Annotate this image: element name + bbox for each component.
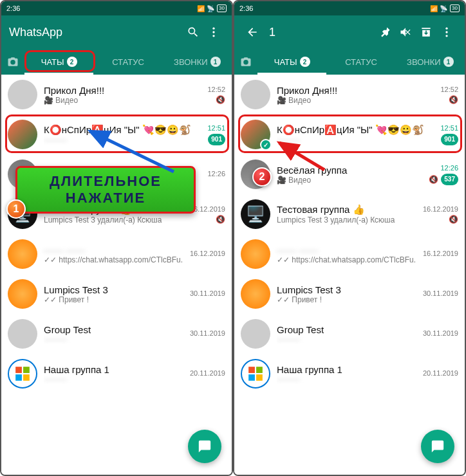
mute-icon[interactable] <box>395 26 416 39</box>
svg-rect-14 <box>256 374 263 381</box>
chat-name: Тестовая группа 👍 <box>44 204 183 215</box>
chat-subtitle: Lumpics Test 3 удалил(-а) Ксюша <box>44 215 183 224</box>
avatar[interactable] <box>8 80 37 109</box>
chat-time: 30.11.2019 <box>190 289 225 297</box>
chat-list[interactable]: Прикол Дня!!!🎥 Видео12:52🔇К⭕нСпИр🅰️цИя "… <box>1 75 232 475</box>
archive-icon[interactable] <box>416 26 436 39</box>
chat-time: 20.11.2019 <box>190 369 225 377</box>
svg-rect-4 <box>23 367 30 373</box>
muted-icon: 🔇 <box>216 95 225 104</box>
camera-icon[interactable] <box>234 56 257 68</box>
chat-time: 12:26 <box>440 164 458 172</box>
svg-rect-3 <box>15 367 22 373</box>
avatar[interactable] <box>8 239 37 269</box>
chat-row[interactable]: —— ——✓✓ https://chat.whatsapp.com/CTlcBF… <box>1 234 232 274</box>
video-icon: 🎥 <box>277 96 286 105</box>
avatar[interactable]: 🖥️ <box>8 199 37 229</box>
chat-time: 12:26 <box>207 170 225 178</box>
menu-icon[interactable] <box>436 26 457 39</box>
tab-calls[interactable]: ЗВОНКИ1 <box>396 49 465 75</box>
chat-name: Наша группа 1 <box>277 364 416 375</box>
avatar[interactable] <box>8 279 37 309</box>
chat-name: —— —— <box>44 244 183 255</box>
chat-row[interactable]: Group Test———30.11.2019 <box>234 314 465 354</box>
avatar[interactable] <box>241 160 270 189</box>
avatar[interactable] <box>241 279 270 309</box>
tabs: ЧАТЫ2 СТАТУС ЗВОНКИ1 <box>1 49 232 75</box>
svg-rect-13 <box>248 374 255 381</box>
chat-row[interactable]: Group Test———30.11.2019 <box>1 314 232 354</box>
chat-row[interactable]: К⭕нСпИр🅰️цИя "Ы" 💘😎😀🐒———12:51901 <box>1 114 232 154</box>
svg-rect-11 <box>248 367 255 373</box>
app-title: WhatsApp <box>9 26 183 39</box>
chat-subtitle: 🎥 Видео <box>44 96 201 105</box>
chat-name: К⭕нСпИр🅰️цИя "Ы" 💘😎😀🐒 <box>277 124 434 136</box>
unread-badge: 901 <box>441 134 458 145</box>
tab-calls[interactable]: ЗВОНКИ1 <box>163 49 232 75</box>
phone-right: 2:36 📶 📡 30 1 ЧАТЫ2 СТАТУС ЗВОНКИ1 Прико… <box>233 0 466 476</box>
chat-time: 12:52 <box>207 86 225 93</box>
camera-icon[interactable] <box>1 56 24 68</box>
chat-time: 30.11.2019 <box>423 289 458 297</box>
chat-row[interactable]: 🖥️Тестовая группа 👍Lumpics Test 3 удалил… <box>1 194 232 234</box>
svg-rect-6 <box>23 374 30 381</box>
chat-name: Lumpics Test 3 <box>277 284 416 295</box>
chat-row[interactable]: 🖥️Тестовая группа 👍Lumpics Test 3 удалил… <box>234 194 465 234</box>
chat-name: К⭕нСпИр🅰️цИя "Ы" 💘😎😀🐒 <box>44 124 201 136</box>
chat-name: Весёлая группа <box>44 165 201 176</box>
new-chat-fab[interactable] <box>188 430 221 463</box>
status-icons: 📶 📡 30 <box>197 5 227 12</box>
chat-row[interactable]: Lumpics Test 3✓✓ Привет !30.11.2019 <box>1 274 232 314</box>
avatar[interactable] <box>241 319 270 349</box>
avatar[interactable]: 🖥️ <box>241 199 270 229</box>
svg-point-0 <box>212 28 214 30</box>
chat-name: Lumpics Test 3 <box>44 284 183 295</box>
tab-chats[interactable]: ЧАТЫ2 <box>257 49 326 75</box>
chat-subtitle: ——— <box>277 335 416 344</box>
video-icon: 🎥 <box>44 96 53 105</box>
app-bar-selection: 1 <box>234 15 465 49</box>
avatar[interactable] <box>8 160 37 189</box>
chat-row[interactable]: Прикол Дня!!!🎥 Видео12:52🔇 <box>234 75 465 114</box>
status-bar: 2:36 📶 📡 30 <box>234 1 465 15</box>
svg-point-8 <box>445 28 447 30</box>
chat-row[interactable]: Прикол Дня!!!🎥 Видео12:52🔇 <box>1 75 232 114</box>
search-icon[interactable] <box>183 26 203 39</box>
tabs: ЧАТЫ2 СТАТУС ЗВОНКИ1 <box>234 49 465 75</box>
chat-row[interactable]: Весёлая группа🎥 Видео12:26🔇537 <box>234 154 465 194</box>
chat-row[interactable]: К⭕нСпИр🅰️цИя "Ы" 💘😎😀🐒———12:51901 <box>234 114 465 154</box>
chat-row[interactable]: Наша группа 1———20.11.2019 <box>1 354 232 394</box>
avatar[interactable] <box>8 120 37 149</box>
menu-icon[interactable] <box>203 26 224 39</box>
chat-subtitle: ——— <box>277 375 416 384</box>
avatar[interactable] <box>241 359 270 389</box>
chat-name: Тестовая группа 👍 <box>277 204 416 215</box>
chat-subtitle: ✓✓ Привет ! <box>44 295 183 304</box>
chat-row[interactable]: —— ——✓✓ https://chat.whatsapp.com/CTlcBF… <box>234 234 465 274</box>
tab-status[interactable]: СТАТУС <box>93 49 162 75</box>
chat-list[interactable]: Прикол Дня!!!🎥 Видео12:52🔇К⭕нСпИр🅰️цИя "… <box>234 75 465 475</box>
chat-time: 20.11.2019 <box>423 369 458 377</box>
chat-row[interactable]: Весёлая группа———12:26 <box>1 154 232 194</box>
tab-status[interactable]: СТАТУС <box>326 49 395 75</box>
tab-chats[interactable]: ЧАТЫ2 <box>24 49 93 75</box>
status-time: 2:36 <box>239 5 253 12</box>
back-icon[interactable] <box>242 26 263 39</box>
chat-subtitle: ——— <box>44 335 183 344</box>
pin-icon[interactable] <box>375 26 395 39</box>
chat-name: Прикол Дня!!! <box>44 85 201 96</box>
unread-badge: 537 <box>441 174 458 185</box>
status-icons: 📶 📡 30 <box>430 5 460 12</box>
avatar[interactable] <box>241 239 270 269</box>
chat-subtitle: ——— <box>44 136 201 145</box>
chat-name: —— —— <box>277 244 416 255</box>
chat-row[interactable]: Наша группа 1———20.11.2019 <box>234 354 465 394</box>
avatar[interactable] <box>241 80 270 109</box>
avatar[interactable] <box>8 319 37 349</box>
avatar[interactable] <box>241 120 270 149</box>
chat-time: 16.12.2019 <box>423 250 458 257</box>
avatar[interactable] <box>8 359 37 389</box>
new-chat-fab[interactable] <box>421 430 454 463</box>
muted-icon: 🔇 <box>429 175 438 184</box>
chat-row[interactable]: Lumpics Test 3✓✓ Привет !30.11.2019 <box>234 274 465 314</box>
